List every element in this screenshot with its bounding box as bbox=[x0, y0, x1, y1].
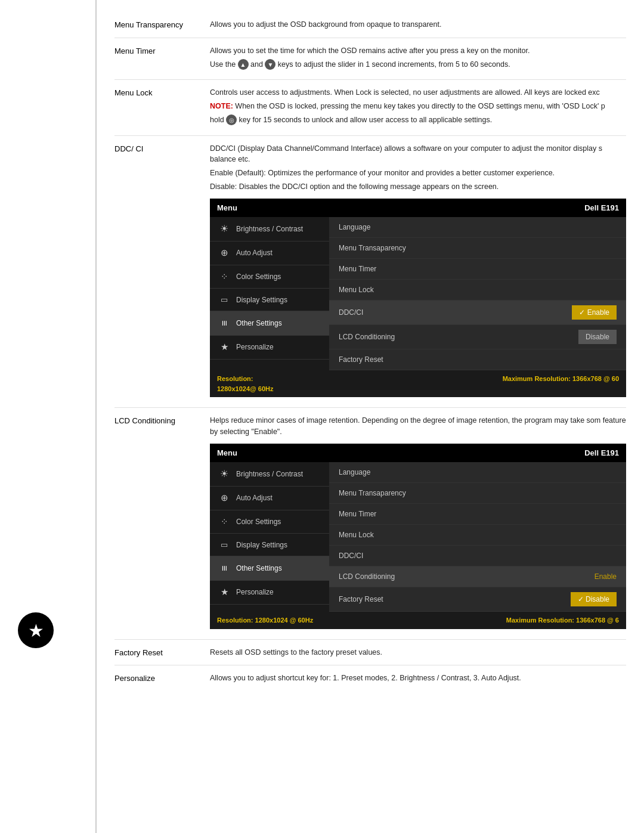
osd-personalize-label-2: Personalize bbox=[236, 587, 274, 597]
osd-footer-2: Resolution: 1280x1024 @ 60Hz Maximum Res… bbox=[210, 612, 626, 629]
factory-reset-desc: Resets all OSD settings to the factory p… bbox=[210, 647, 626, 658]
osd-right-lcd-2[interactable]: LCD Conditioning Enable bbox=[329, 566, 626, 587]
menu-timer-desc-2: Use the ▲ and ▼ keys to adjust the slide… bbox=[210, 59, 626, 70]
osd-menu-1: Menu Dell E191 Brightness / Contrast Aut… bbox=[210, 199, 626, 398]
osd-autoadjust-label-1: Auto Adjust bbox=[236, 247, 273, 258]
factory-reset-label: Factory Reset bbox=[114, 647, 210, 658]
osd-header-2: Menu Dell E191 bbox=[210, 444, 626, 463]
osd-right-ddc-2[interactable]: DDC/CI bbox=[329, 546, 626, 566]
menu-lock-note: NOTE: When the OSD is locked, pressing t… bbox=[210, 101, 626, 112]
osd-menu-2: Menu Dell E191 Brightness / Contrast Aut… bbox=[210, 444, 626, 629]
menu-transparency-row: Menu Transparency Allows you to adjust t… bbox=[114, 12, 626, 38]
osd-right-ddc-label-2: DDC/CI bbox=[339, 550, 617, 561]
osd-footer-resolution-2: Resolution: 1280x1024 @ 60Hz bbox=[217, 615, 313, 625]
ddc-ci-row: DDC/ CI DDC/CI (Display Data Channel/Com… bbox=[114, 136, 626, 408]
osd-item-display-2[interactable]: Display Settings bbox=[210, 534, 329, 556]
osd-disable-gold-value-2: ✓ Disable bbox=[571, 592, 617, 606]
osd-right-factory-1[interactable]: Factory Reset bbox=[329, 349, 626, 370]
osd-personalize-label-1: Personalize bbox=[236, 342, 274, 352]
sun-icon-1 bbox=[217, 222, 231, 236]
osd-header-right-1: Dell E191 bbox=[584, 202, 619, 214]
osd-right-lock-2[interactable]: Menu Lock bbox=[329, 525, 626, 546]
osd-other-label-2: Other Settings bbox=[236, 563, 282, 574]
osd-right-timer-2[interactable]: Menu Timer bbox=[329, 504, 626, 525]
osd-autoadjust-label-2: Auto Adjust bbox=[236, 493, 273, 503]
osd-right-transparency-label-1: Menu Transaparency bbox=[339, 243, 617, 253]
menu-lock-desc-3: hold ◎ key for 15 seconds to unlock and … bbox=[210, 114, 626, 126]
sun-icon-2 bbox=[217, 467, 231, 481]
square-icon-2 bbox=[217, 538, 231, 551]
osd-item-autoadjust-2[interactable]: Auto Adjust bbox=[210, 487, 329, 510]
menu-lock-desc: Controls user access to adjustments. Whe… bbox=[210, 87, 626, 128]
note-label: NOTE: bbox=[210, 102, 233, 110]
factory-reset-row: Factory Reset Resets all OSD settings to… bbox=[114, 640, 626, 666]
osd-display-label-1: Display Settings bbox=[236, 295, 287, 305]
osd-item-brightness-1[interactable]: Brightness / Contrast bbox=[210, 217, 329, 241]
osd-brightness-label-1: Brightness / Contrast bbox=[236, 224, 303, 234]
osd-color-label-1: Color Settings bbox=[236, 271, 281, 282]
osd-header-right-2: Dell E191 bbox=[584, 447, 619, 459]
osd-enable-plain-value-2: Enable bbox=[595, 571, 617, 582]
lcd-conditioning-desc: Helps reduce minor cases of image retent… bbox=[210, 415, 626, 632]
osd-header-left-2: Menu bbox=[217, 447, 237, 459]
osd-item-personalize-1[interactable]: Personalize bbox=[210, 336, 329, 360]
menu-lock-desc-1: Controls user access to adjustments. Whe… bbox=[210, 87, 626, 98]
osd-item-color-2[interactable]: Color Settings bbox=[210, 510, 329, 534]
hold-icon: ◎ bbox=[226, 114, 237, 125]
osd-right-lock-label-1: Menu Lock bbox=[339, 284, 617, 295]
osd-body-1: Brightness / Contrast Auto Adjust Color … bbox=[210, 217, 626, 370]
osd-right-transparency-1[interactable]: Menu Transaparency bbox=[329, 238, 626, 259]
osd-right-factory-label-1: Factory Reset bbox=[339, 354, 617, 365]
osd-header-1: Menu Dell E191 bbox=[210, 199, 626, 218]
osd-item-other-1[interactable]: Other Settings bbox=[210, 311, 329, 336]
osd-footer-max-res-1: Maximum Resolution: 1366x768 @ 60 bbox=[503, 374, 619, 394]
osd-disable-value-1: Disable bbox=[578, 330, 617, 344]
osd-color-label-2: Color Settings bbox=[236, 516, 281, 527]
osd-other-label-1: Other Settings bbox=[236, 318, 282, 329]
osd-item-color-1[interactable]: Color Settings bbox=[210, 265, 329, 289]
osd-right-language-label-1: Language bbox=[339, 222, 617, 233]
osd-right-menu-2: Language Menu Transaparency Menu Timer M… bbox=[329, 462, 626, 612]
osd-right-transparency-2[interactable]: Menu Transaparency bbox=[329, 483, 626, 504]
osd-brightness-label-2: Brightness / Contrast bbox=[236, 469, 303, 479]
osd-item-brightness-2[interactable]: Brightness / Contrast bbox=[210, 462, 329, 487]
star-menu-icon-2 bbox=[217, 586, 231, 599]
osd-right-lcd-label-1: LCD Conditioning bbox=[339, 332, 578, 342]
osd-right-lock-1[interactable]: Menu Lock bbox=[329, 280, 626, 301]
osd-right-lcd-1[interactable]: LCD Conditioning Disable bbox=[329, 325, 626, 349]
dots-icon-2 bbox=[217, 515, 231, 529]
osd-right-language-1[interactable]: Language bbox=[329, 217, 626, 238]
osd-right-language-2[interactable]: Language bbox=[329, 462, 626, 483]
osd-header-left-1: Menu bbox=[217, 202, 237, 214]
osd-right-menu-1: Language Menu Transaparency Menu Timer M… bbox=[329, 217, 626, 370]
osd-right-lock-label-2: Menu Lock bbox=[339, 529, 617, 540]
osd-right-timer-1[interactable]: Menu Timer bbox=[329, 259, 626, 280]
ddc-ci-label: DDC/ CI bbox=[114, 143, 210, 401]
osd-enable-value-1: ✓ Enable bbox=[572, 305, 617, 320]
menu-timer-row: Menu Timer Allows you to set the time fo… bbox=[114, 38, 626, 80]
osd-item-display-1[interactable]: Display Settings bbox=[210, 289, 329, 311]
osd-item-other-2[interactable]: Other Settings bbox=[210, 556, 329, 581]
osd-left-menu-2: Brightness / Contrast Auto Adjust Color … bbox=[210, 462, 329, 612]
osd-body-2: Brightness / Contrast Auto Adjust Color … bbox=[210, 462, 626, 612]
osd-footer-resolution-1: Resolution: 1280x1024@ 60Hz bbox=[217, 374, 274, 394]
menu-transparency-label: Menu Transparency bbox=[114, 19, 210, 30]
osd-item-personalize-2[interactable]: Personalize bbox=[210, 581, 329, 605]
osd-item-autoadjust-1[interactable]: Auto Adjust bbox=[210, 241, 329, 265]
osd-right-factory-2[interactable]: Factory Reset ✓ Disable bbox=[329, 587, 626, 612]
osd-right-ddc-1[interactable]: DDC/CI ✓ Enable bbox=[329, 301, 626, 325]
osd-display-label-2: Display Settings bbox=[236, 540, 287, 550]
osd-right-timer-label-2: Menu Timer bbox=[339, 509, 617, 519]
osd-right-ddc-label-1: DDC/CI bbox=[339, 307, 572, 318]
star-menu-icon-1 bbox=[217, 340, 231, 354]
star-unicode: ★ bbox=[28, 620, 44, 641]
menu-timer-desc-1: Allows you to set the time for which the… bbox=[210, 45, 626, 57]
down-arrow-icon: ▼ bbox=[265, 59, 275, 70]
personalize-row: Personalize Allows you to adjust shortcu… bbox=[114, 665, 626, 691]
dots-icon-1 bbox=[217, 270, 231, 284]
menu-transparency-desc: Allows you to adjust the OSD background … bbox=[210, 19, 626, 30]
ddc-ci-desc-1: DDC/CI (Display Data Channel/Command Int… bbox=[210, 143, 626, 166]
osd-right-language-label-2: Language bbox=[339, 467, 617, 478]
lcd-conditioning-desc-1: Helps reduce minor cases of image retent… bbox=[210, 415, 626, 438]
page-container: ★ Menu Transparency Allows you to adjust… bbox=[0, 0, 644, 833]
